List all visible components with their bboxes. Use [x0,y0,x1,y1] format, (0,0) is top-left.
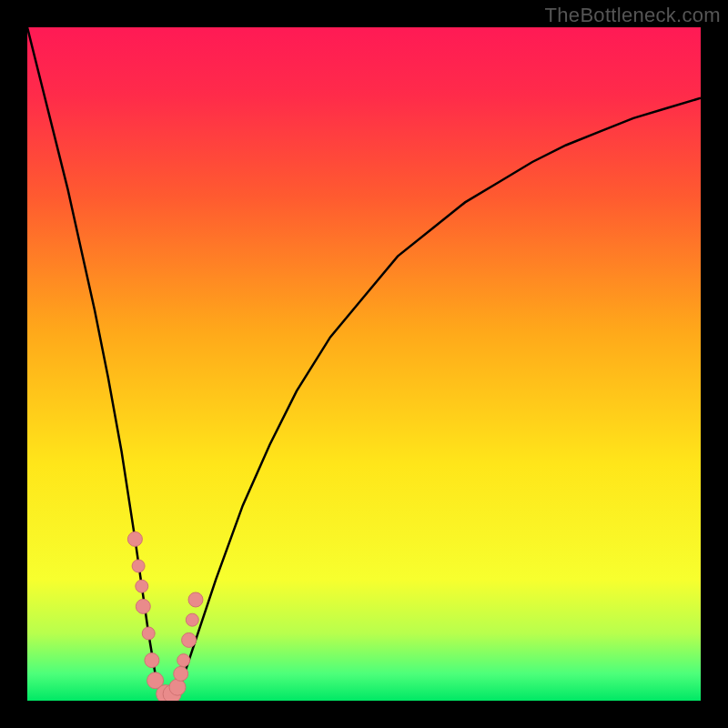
chart-svg [27,27,701,701]
marker-dot [177,654,190,667]
marker-dot [136,580,148,592]
marker-dot [132,560,145,572]
marker-dot [169,679,186,695]
marker-dot [174,666,188,681]
marker-dot [127,531,142,546]
plot-area [27,27,701,701]
marker-dot [188,592,203,607]
marker-dot [186,613,198,626]
marker-dot [145,653,159,668]
gradient-background [27,27,701,701]
marker-dot [182,632,197,647]
marker-dot [136,599,150,613]
chart-frame: TheBottleneck.com [0,0,728,728]
marker-dot [142,627,155,640]
watermark-text: TheBottleneck.com [545,4,721,27]
